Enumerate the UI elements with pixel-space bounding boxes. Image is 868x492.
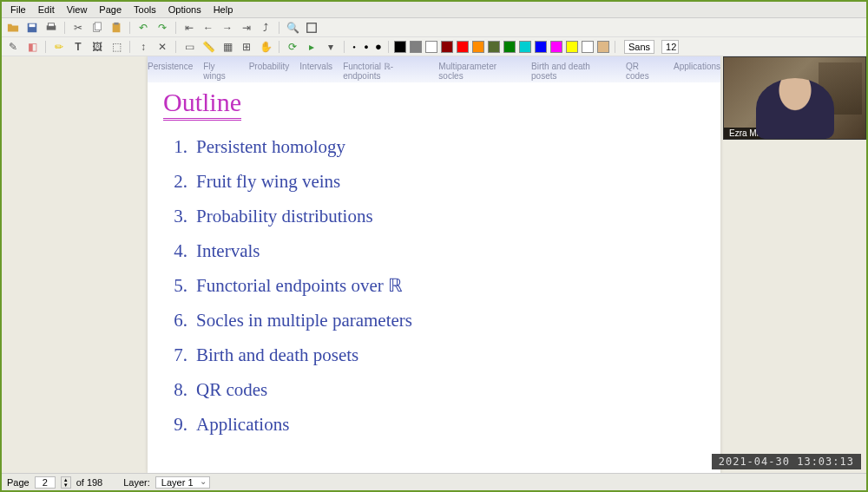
svg-rect-3 [49,23,55,26]
outline-item-7: 7.Birth and death posets [163,344,705,366]
next-icon[interactable]: → [220,20,235,36]
snap-icon[interactable]: ⊞ [239,39,254,55]
nav-persistence[interactable]: Persistence [148,62,193,81]
outline-item-6: 6.Socles in multiple parameters [163,310,705,331]
nav-qrcodes[interactable]: QR codes [626,62,663,81]
outline-item-4: 4.Intervals [163,240,705,262]
swatch-yellow[interactable] [566,41,578,53]
first-icon[interactable]: ⇤ [181,20,197,36]
swatch-white[interactable] [425,41,437,53]
open-icon[interactable] [5,20,21,36]
highlighter-icon[interactable]: ✏ [51,39,67,55]
nav-flywings[interactable]: Fly wings [203,62,238,81]
swatch-teal[interactable] [519,41,531,53]
swatch-tan[interactable] [597,41,609,53]
vspace-icon[interactable]: ↕ [135,39,151,55]
webcam-label: Ezra Miller [724,128,775,139]
swatch-magenta[interactable] [550,41,562,53]
svg-rect-7 [114,22,118,24]
menubar: File Edit View Page Tools Options Help [2,2,866,18]
menu-options[interactable]: Options [163,3,207,16]
outline-item-5: 5.Functorial endpoints over ℝ [163,275,705,297]
nav-apps[interactable]: Applications [674,62,720,81]
menu-page[interactable]: Page [94,3,127,16]
outline-item-2: 2.Fruit fly wing veins [163,171,705,193]
stroke-thin-icon[interactable]: ● [350,44,358,49]
menu-help[interactable]: Help [208,3,239,16]
delete-icon[interactable]: ✕ [155,39,170,55]
goto-icon[interactable]: ⤴ [258,20,273,36]
outline-list: 1.Persistent homology 2.Fruit fly wing v… [163,136,705,436]
nav-intervals[interactable]: Intervals [299,62,332,81]
pen-icon[interactable]: ✎ [5,39,21,55]
rotate-icon[interactable]: ⟳ [285,39,300,55]
select-icon[interactable]: ⬚ [108,39,124,55]
swatch-orange[interactable] [472,41,484,53]
toolbar-tools: ✎ ◧ ✏ T 🖼 ⬚ ↕ ✕ ▭ 📏 ▦ ⊞ ✋ ⟳ ▸ ▾ ● ● ● Sa… [2,37,866,56]
slide-nav: Persistence Fly wings Probability Interv… [148,62,720,81]
menu-view[interactable]: View [62,3,93,16]
grid-icon[interactable]: ▦ [220,39,235,55]
layer-select[interactable]: Layer 1 [155,476,210,489]
menu-file[interactable]: File [5,3,31,16]
layer-label: Layer: [123,477,150,488]
eraser-icon[interactable]: ◧ [24,39,40,55]
timestamp: 2021-04-30 13:03:13 [712,454,861,469]
outline-item-3: 3.Probability distributions [163,206,705,227]
swatch-olive[interactable] [488,41,500,53]
page-total: of 198 [76,477,103,488]
page-label: Page [7,477,30,488]
statusbar: Page ▲▼ of 198 Layer: Layer 1 [2,473,866,490]
prev-icon[interactable]: ← [201,20,216,36]
hand-icon[interactable]: ✋ [258,39,273,55]
svg-rect-5 [95,22,101,30]
cut-icon[interactable]: ✂ [70,20,86,36]
page-number-input[interactable] [35,476,56,489]
menu-tools[interactable]: Tools [128,3,161,16]
svg-rect-8 [307,23,317,32]
stroke-med-icon[interactable]: ● [362,43,371,51]
nav-probability[interactable]: Probability [249,62,290,81]
swatch-blue[interactable] [535,41,547,53]
swatch-white2[interactable] [582,41,594,53]
ruler-icon[interactable]: 📏 [201,39,216,55]
swatch-gray[interactable] [410,41,422,53]
swatch-darkred[interactable] [441,41,453,53]
swatch-red[interactable] [457,41,469,53]
slide-page: Persistence Fly wings Probability Interv… [148,56,720,473]
search-icon[interactable]: 🔍 [285,20,300,36]
toolbar-main: ✂ ↶ ↷ ⇤ ← → ⇥ ⤴ 🔍 [2,18,866,37]
redo-icon[interactable]: ↷ [155,20,170,36]
image-icon[interactable]: 🖼 [89,39,105,55]
menu-edit[interactable]: Edit [33,3,60,16]
stroke-thick-icon[interactable]: ● [374,40,383,53]
nav-socles[interactable]: Multiparameter socles [438,62,521,81]
outline-item-9: 9.Applications [163,414,705,436]
play-icon[interactable]: ▸ [304,39,319,55]
main-area: Persistence Fly wings Probability Interv… [2,56,866,473]
outline-item-8: 8.QR codes [163,379,705,401]
nav-functorial[interactable]: Functorial ℝ-endpoints [343,62,428,81]
last-icon[interactable]: ⇥ [239,20,254,36]
shapes-icon[interactable]: ▭ [181,39,197,55]
font-name[interactable]: Sans [624,40,654,54]
webcam-overlay: Ezra Miller [723,56,866,140]
text-icon[interactable]: T [70,39,86,55]
fullscreen-icon[interactable] [304,20,319,36]
font-size[interactable]: 12 [661,40,679,54]
nav-birthdeath[interactable]: Birth and death posets [531,62,615,81]
slide-title: Outline [163,88,241,121]
page-spinner[interactable]: ▲▼ [61,476,71,489]
dropdown-icon[interactable]: ▾ [323,39,339,55]
print-icon[interactable] [43,20,59,36]
copy-icon[interactable] [89,20,105,36]
svg-rect-1 [30,23,36,27]
save-icon[interactable] [24,20,40,36]
swatch-black[interactable] [394,41,406,53]
swatch-green[interactable] [503,41,516,53]
undo-icon[interactable]: ↶ [135,20,151,36]
outline-item-1: 1.Persistent homology [163,136,705,158]
paste-icon[interactable] [108,20,124,36]
